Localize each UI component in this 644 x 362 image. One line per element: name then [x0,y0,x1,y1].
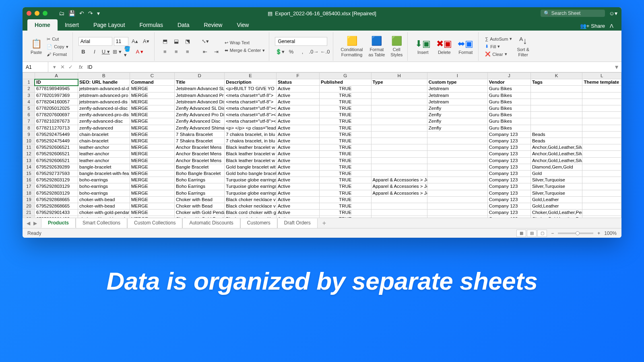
cell[interactable]: 6795292475449 [35,138,78,144]
cell[interactable]: Zenfly [427,105,487,112]
cell[interactable] [371,210,427,216]
cell[interactable]: Black choker necklace v [225,203,277,210]
merge-center-button[interactable]: ⬌Merge & Center ▾ [224,47,266,53]
cell[interactable]: MERGE [130,86,174,92]
cell[interactable]: 6778205012025 [35,105,78,112]
cell[interactable]: Status [276,79,319,86]
cell[interactable]: Boho Earrings [175,183,225,190]
cell[interactable]: 6795292803129 [35,177,78,183]
cell[interactable]: MERGE [130,125,174,131]
cell[interactable]: Company 123 [487,216,530,218]
cell[interactable]: Zenfly [427,118,487,125]
cell[interactable]: MERGE [130,190,174,196]
orientation-button[interactable]: ⤡▾ [200,37,210,46]
row-header[interactable]: 5 [23,105,35,112]
cell[interactable]: jetstream-advanced-pro [78,92,130,99]
column-header[interactable]: B [78,73,130,79]
cell[interactable]: TRUE [320,86,372,92]
cell[interactable]: Apparel & Accessories > Jewelry > Earrin… [371,177,427,183]
cell[interactable]: Company 123 [487,177,530,183]
cell[interactable]: TRUE [320,112,372,118]
increase-font-button[interactable]: A▴ [130,37,140,46]
cell[interactable] [427,190,487,196]
column-header[interactable]: F [276,73,319,79]
cell[interactable]: Silver,Turquoise [530,190,582,196]
cell[interactable] [371,131,427,138]
cell[interactable] [582,151,621,157]
cell[interactable]: chain-bracelet [78,138,130,144]
cell[interactable]: choker-with-gold-pendar [78,216,130,218]
row-header[interactable]: 6 [23,112,35,118]
qat-more-icon[interactable]: ▾ [97,10,100,16]
row-header[interactable]: 2 [23,86,35,92]
cell[interactable]: Active [276,157,319,164]
cell[interactable] [371,92,427,99]
cell[interactable] [371,125,427,131]
zoom-in-button[interactable]: + [597,230,600,236]
cut-button[interactable]: ✂Cut [46,36,69,42]
cell[interactable]: 6778201997369 [35,92,78,99]
cell[interactable]: 7 Shakra Bracelet [175,131,225,138]
cell[interactable]: Active [276,183,319,190]
cell[interactable]: Guru Bikes [487,99,530,105]
cell[interactable]: 6795292901433 [35,210,78,216]
cell[interactable]: TRUE [320,183,372,190]
cell[interactable]: TRUE [320,99,372,105]
cell[interactable]: Turquoise globe earrings [225,183,277,190]
autosum-button[interactable]: ∑AutoSum ▾ [484,36,513,42]
cell[interactable]: Description [225,79,277,86]
copy-button[interactable]: 📄Copy ▾ [46,44,69,50]
cell[interactable]: 6778211270713 [35,125,78,131]
minimize-window-button[interactable] [35,11,39,16]
cell[interactable] [582,210,621,216]
column-header[interactable]: I [427,73,487,79]
cell[interactable]: leather-anchor [78,151,130,157]
cell[interactable]: Active [276,164,319,170]
font-name-select[interactable] [78,37,112,46]
italic-button[interactable]: I [90,47,99,56]
tab-review[interactable]: Review [196,19,229,31]
cell[interactable]: Company 123 [487,183,530,190]
cell[interactable]: Company 123 [487,131,530,138]
cell[interactable]: TRUE [320,164,372,170]
cell[interactable]: Active [276,138,319,144]
cell[interactable]: TRUE [320,203,372,210]
row-header[interactable]: 15 [23,171,35,177]
cell[interactable]: Company 123 [487,144,530,151]
tab-formulas[interactable]: Formulas [132,19,170,31]
cell[interactable]: Choker with Bead [175,203,225,210]
cell[interactable] [427,183,487,190]
cell[interactable] [371,164,427,170]
cell[interactable]: Company 123 [487,157,530,164]
cell[interactable]: Active [276,177,319,183]
cell[interactable]: Active [276,216,319,218]
format-as-table-button[interactable]: 🟦Format as Table [367,35,387,58]
cell[interactable]: Jetstream [427,99,487,105]
cell[interactable]: boho-earrings [78,177,130,183]
cell[interactable] [371,138,427,144]
cell[interactable]: Choker with Gold Penda [175,216,225,218]
row-header[interactable]: 3 [23,92,35,99]
row-header[interactable]: 12 [23,151,35,157]
cell[interactable]: <meta charset="utf-8"> [225,92,277,99]
cell[interactable]: 6795292868665 [35,203,78,210]
increase-indent-button[interactable]: ⇥ [212,47,221,56]
cell[interactable]: MERGE [130,105,174,112]
cell[interactable]: MERGE [130,157,174,164]
align-bottom-button[interactable]: ⬔ [183,37,192,46]
cell[interactable] [427,164,487,170]
cell[interactable]: Command [130,79,174,86]
cell[interactable]: Company 123 [487,210,530,216]
cell[interactable]: Jetstream Advanced SL [175,86,225,92]
column-header[interactable]: J [487,73,530,79]
underline-button[interactable]: U ▾ [101,47,111,56]
column-header[interactable]: C [130,73,174,79]
cell[interactable]: chain-bracelet [78,131,130,138]
row-header[interactable]: 8 [23,125,35,131]
align-center-button[interactable]: ≡ [171,47,181,56]
cell[interactable] [582,216,621,218]
cell[interactable] [582,144,621,151]
column-header[interactable]: E [225,73,277,79]
cell[interactable]: Black cord choker with g [225,216,277,218]
column-header[interactable]: L [582,73,621,79]
